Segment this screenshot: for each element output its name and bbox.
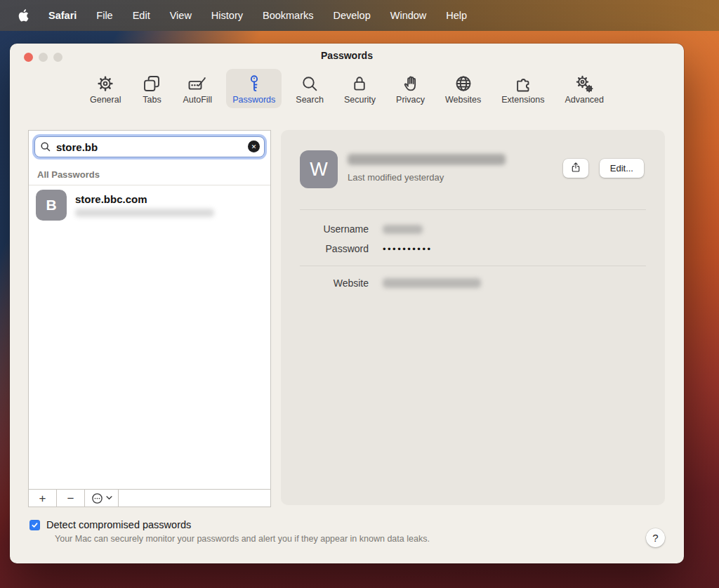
- menu-item-help[interactable]: Help: [446, 10, 467, 21]
- detect-compromised-checkbox[interactable]: [29, 520, 40, 530]
- tab-extensions[interactable]: Extensions: [495, 69, 550, 108]
- passwords-list-panel: ✕ All Passwords B store.bbc.com + −: [28, 130, 271, 507]
- menu-item-history[interactable]: History: [211, 10, 243, 21]
- menu-item-window[interactable]: Window: [390, 10, 427, 21]
- list-footer-toolbar: + −: [29, 489, 270, 507]
- site-avatar: B: [36, 190, 67, 221]
- edit-button[interactable]: Edit...: [600, 159, 644, 178]
- puzzle-icon: [513, 73, 534, 94]
- menu-item-bookmarks[interactable]: Bookmarks: [263, 10, 314, 21]
- masked-password-value[interactable]: ••••••••••: [383, 244, 646, 254]
- tab-label: Websites: [445, 95, 481, 105]
- autofill-icon: [187, 73, 208, 94]
- tab-label: Privacy: [396, 95, 425, 105]
- clear-search-icon[interactable]: ✕: [248, 141, 260, 152]
- section-label: All Passwords: [29, 163, 270, 185]
- detect-compromised-label: Detect compromised passwords: [46, 519, 191, 530]
- tab-privacy[interactable]: Privacy: [390, 69, 431, 108]
- menu-item-view[interactable]: View: [170, 10, 192, 21]
- tab-general[interactable]: General: [84, 69, 127, 108]
- menu-item-develop[interactable]: Develop: [334, 10, 371, 21]
- detail-separator: [300, 266, 646, 266]
- redacted-username: [75, 209, 214, 217]
- chevron-down-icon: [106, 496, 112, 500]
- tab-passwords[interactable]: Passwords: [226, 69, 282, 108]
- add-password-button[interactable]: +: [29, 490, 57, 507]
- tabs-icon: [141, 73, 162, 94]
- tab-label: Search: [296, 95, 324, 105]
- settings-toolbar: General Tabs A: [10, 69, 684, 108]
- help-button[interactable]: ?: [646, 528, 665, 547]
- username-row: Username: [281, 219, 665, 239]
- menu-item-safari[interactable]: Safari: [48, 10, 77, 21]
- last-modified-text: Last modified yesterday: [348, 172, 563, 183]
- lock-icon: [349, 73, 370, 94]
- menu-item-file[interactable]: File: [96, 10, 112, 21]
- list-item[interactable]: B store.bbc.com: [29, 185, 270, 225]
- gears-icon: [574, 73, 595, 94]
- magnifier-icon: [299, 73, 320, 94]
- tab-autofill[interactable]: AutoFill: [176, 69, 218, 108]
- password-label: Password: [300, 243, 369, 254]
- password-detail-panel: W Last modified yesterday Edit...: [281, 130, 665, 505]
- tab-websites[interactable]: Websites: [439, 69, 487, 108]
- ellipsis-circle-icon: [91, 492, 103, 504]
- username-label: Username: [300, 223, 369, 235]
- redacted-website-value[interactable]: [383, 278, 481, 288]
- tab-label: Tabs: [143, 95, 161, 105]
- detail-header: W Last modified yesterday Edit...: [281, 130, 665, 188]
- site-title: store.bbc.com: [75, 193, 214, 205]
- gear-icon: [95, 73, 116, 94]
- website-label: Website: [300, 277, 369, 289]
- key-icon: [244, 73, 265, 94]
- detail-avatar: W: [300, 150, 338, 188]
- redacted-username-value[interactable]: [383, 225, 423, 234]
- website-row: Website: [281, 273, 665, 293]
- search-input[interactable]: [34, 136, 265, 157]
- menu-item-edit[interactable]: Edit: [133, 10, 150, 21]
- redacted-site-name: [348, 154, 506, 165]
- tab-label: Extensions: [501, 95, 544, 105]
- tab-search[interactable]: Search: [289, 69, 330, 108]
- apple-logo-icon[interactable]: [18, 9, 29, 22]
- tab-label: General: [90, 95, 121, 105]
- globe-icon: [453, 73, 474, 94]
- tab-label: Security: [344, 95, 376, 105]
- password-row: Password ••••••••••: [281, 239, 665, 259]
- tab-advanced[interactable]: Advanced: [558, 69, 610, 108]
- tab-security[interactable]: Security: [338, 69, 382, 108]
- share-icon: [569, 161, 582, 176]
- share-button[interactable]: [563, 159, 588, 178]
- tab-tabs[interactable]: Tabs: [135, 69, 169, 108]
- search-icon: [40, 141, 51, 155]
- window-title: Passwords: [10, 50, 684, 61]
- remove-password-button[interactable]: −: [57, 490, 85, 507]
- menu-bar: Safari File Edit View History Bookmarks …: [0, 0, 719, 31]
- detail-separator: [300, 209, 646, 210]
- detect-compromised-row: Detect compromised passwords: [29, 519, 191, 530]
- more-options-button[interactable]: [85, 490, 119, 507]
- credential-fields: Username Password •••••••••• Website: [281, 219, 665, 293]
- passwords-settings-window: Passwords General Tabs: [10, 44, 684, 563]
- tab-label: Advanced: [565, 95, 604, 105]
- detect-description: Your Mac can securely monitor your passw…: [55, 534, 430, 544]
- tab-label: AutoFill: [183, 95, 212, 105]
- hand-icon: [400, 73, 421, 94]
- tab-label: Passwords: [232, 95, 275, 105]
- list-footer-spacer: [119, 490, 270, 507]
